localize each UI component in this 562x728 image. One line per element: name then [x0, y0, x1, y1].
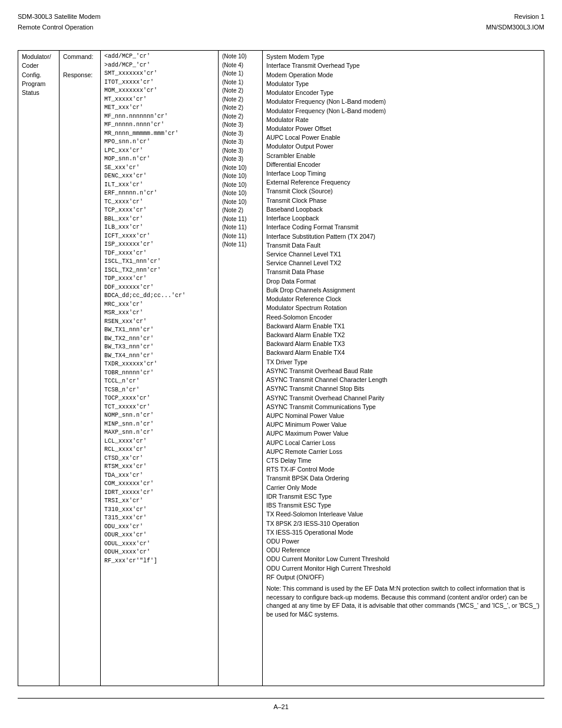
desc-text-38: ASYNC Transmit Channel Stop Bits	[266, 384, 540, 393]
cmd-text-47: CTSD_xx'cr'	[104, 454, 214, 463]
note-text-44: (Note 10)	[222, 181, 259, 190]
note-text-58: (Note 11)	[222, 241, 259, 249]
cmd-text-44: MAXP_snn.n'cr'	[104, 429, 214, 437]
cmd-text-46: RCL_xxxx'cr'	[104, 446, 214, 454]
desc-text-18: Baseband Loopback	[266, 205, 540, 214]
note-text-45: (Note 10)	[222, 189, 259, 198]
note-text-34: (Note 2)	[222, 104, 259, 113]
desc-text-14: Interface Loop Timing	[266, 169, 540, 178]
cmd-text-6: MET_xxx'cr'	[104, 104, 214, 113]
cmd-text-50: COM_xxxxxx'cr'	[104, 480, 214, 489]
note-text-57: (Note 11)	[222, 232, 259, 241]
desc-text-12: Scrambler Enable	[266, 151, 540, 160]
desc-text-37: ASYNC Transmit Channel Character Length	[266, 375, 540, 384]
cmd-text-1: >add/MCP_'cr'	[104, 61, 214, 70]
desc-text-7: Modulator Frequency (Non L-Band modem)	[266, 107, 540, 116]
note-text-38: (Note 3)	[222, 130, 259, 139]
desc-text-42: AUPC Minimum Power Value	[266, 420, 540, 429]
desc-text-54: TX IESS-315 Operational Mode	[266, 528, 540, 537]
footer-divider	[18, 698, 544, 699]
cmd-text-3: ITOT_xxxxx'cr'	[104, 78, 214, 87]
cmd-text-53: T310_xxx'cr'	[104, 506, 214, 515]
cmd-text-27: DDF_xxxxxx'cr'	[104, 284, 214, 292]
cmd-text-35: BW_TX4_nnn'cr'	[104, 352, 214, 361]
note-text-28: (Note 1)	[222, 78, 259, 87]
response-label: Response:	[63, 71, 97, 80]
cmd-text-12: MOP_snn.n'cr'	[104, 155, 214, 164]
desc-text-2: Interface Transmit Overhead Type	[266, 61, 540, 70]
desc-text-16: Transmit Clock (Source)	[266, 187, 540, 196]
desc-text-44: AUPC Local Carrier Loss	[266, 439, 540, 447]
desc-text-49: Carrier Only Mode	[266, 483, 540, 492]
cmd-text-48: RTSM_xxx'cr'	[104, 463, 214, 472]
desc-text-57: ODU Current Monitor Low Current Threshol…	[266, 555, 540, 564]
note-text-56: (Note 11)	[222, 223, 259, 232]
cmd-text-30: MSR_xxx'cr'	[104, 309, 214, 318]
desc-text-53: TX 8PSK 2/3 IESS-310 Operation	[266, 519, 540, 528]
cmd-text-9: MR_nnnn_mmmmm.mmm'cr'	[104, 130, 214, 139]
note-text-37: (Note 3)	[222, 121, 259, 130]
desc-text-47: RTS TX-IF Control Mode	[266, 465, 540, 474]
cmd-text-42: NOMP_snn.n'cr'	[104, 411, 214, 420]
cmd-text-17: TC_xxxx'cr'	[104, 198, 214, 207]
cmd-text-39: TCSB_n'cr'	[104, 386, 214, 395]
desc-text-27: Bulk Drop Channels Assignment	[266, 286, 540, 295]
cmd-text-2: SMT_xxxxxxx'cr'	[104, 70, 214, 78]
note-paragraph: Note: This command is used by the EF Dat…	[266, 584, 540, 619]
note-text-55: (Note 11)	[222, 215, 259, 224]
desc-text-20: Interface Coding Format Transmit	[266, 223, 540, 232]
desc-text-3: Modem Operation Mode	[266, 71, 540, 80]
cmd-text-40: TOCP_xxxx'cr'	[104, 394, 214, 403]
cmd-text-37: TOBR_nnnnn'cr'	[104, 369, 214, 378]
descriptions-col: System Modem TypeInterface Transmit Over…	[263, 51, 544, 686]
desc-text-25: Transmit Data Phase	[266, 268, 540, 276]
cmd-text-22: ISP_xxxxxx'cr'	[104, 241, 214, 249]
note-text-33: (Note 2)	[222, 95, 259, 104]
section-label: Modulator/CoderConfig.ProgramStatus	[18, 51, 59, 686]
cmd-text-32: BW_TX1_nnn'cr'	[104, 326, 214, 335]
note-text-39: (Note 3)	[222, 138, 259, 147]
modulator-label: Modulator/CoderConfig.ProgramStatus	[22, 52, 55, 97]
desc-text-13: Differential Encoder	[266, 160, 540, 169]
desc-text-29: Modulator Spectrum Rotation	[266, 304, 540, 312]
descriptions-list: System Modem TypeInterface Transmit Over…	[266, 52, 540, 582]
desc-text-28: Modulator Reference Clock	[266, 295, 540, 304]
desc-text-23: Service Channel Level TX1	[266, 250, 540, 259]
cmd-text-11: LPC_xxx'cr'	[104, 147, 214, 156]
desc-text-56: ODU Reference	[266, 546, 540, 555]
desc-text-26: Drop Data Format	[266, 277, 540, 286]
cmd-text-5: MT_xxxxx'cr'	[104, 95, 214, 104]
desc-text-17: Transmit Clock Phase	[266, 196, 540, 205]
note-text-32: (Note 2)	[222, 87, 259, 95]
cmd-text-8: MF_nnnnn.nnnn'cr'	[104, 121, 214, 130]
notes-list: (Note 10)(Note 4)(Note 1)(Note 1)(Note 2…	[222, 52, 259, 249]
cmd-text-16: ERF_nnnnn.n'cr'	[104, 189, 214, 198]
desc-text-43: AUPC Maximum Power Value	[266, 429, 540, 438]
desc-text-48: Transmit BPSK Data Ordering	[266, 474, 540, 483]
desc-text-15: External Reference Frequency	[266, 178, 540, 187]
cmd-text-19: BBL_xxx'cr'	[104, 215, 214, 224]
desc-text-55: ODU Power	[266, 537, 540, 546]
cmd-text-33: BW_TX2_nnn'cr'	[104, 335, 214, 344]
desc-text-30: Reed-Solomon Encoder	[266, 313, 540, 322]
header-title: SDM-300L3 Satellite Modem	[18, 12, 101, 22]
desc-text-52: TX Reed-Solomon Interleave Value	[266, 510, 540, 519]
cmd-text-28: BDCA_dd;cc_dd;cc...'cr'	[104, 292, 214, 301]
desc-text-31: Backward Alarm Enable TX1	[266, 322, 540, 331]
desc-text-35: TX Driver Type	[266, 358, 540, 367]
desc-text-32: Backward Alarm Enable TX2	[266, 331, 540, 340]
cmd-text-45: LCL_xxxx'cr'	[104, 437, 214, 446]
commands-list: <add/MCP_'cr'>add/MCP_'cr'SMT_xxxxxxx'cr…	[104, 52, 214, 565]
desc-text-22: Transmit Data Fault	[266, 241, 540, 250]
note-text-51: (Note 2)	[222, 206, 259, 215]
desc-text-4: Modulator Type	[266, 80, 540, 88]
desc-text-33: Backward Alarm Enable TX3	[266, 340, 540, 348]
desc-text-39: ASYNC Transmit Overhead Channel Parity	[266, 394, 540, 403]
cmd-text-31: RSEN_xxx'cr'	[104, 318, 214, 327]
desc-text-45: AUPC Remote Carrier Loss	[266, 447, 540, 456]
note-text-41: (Note 3)	[222, 155, 259, 164]
desc-text-40: ASYNC Transmit Communications Type	[266, 403, 540, 411]
cmd-text-0: <add/MCP_'cr'	[104, 52, 214, 61]
desc-text-5: Modulator Encoder Type	[266, 88, 540, 97]
note-text-35: (Note 2)	[222, 113, 259, 121]
